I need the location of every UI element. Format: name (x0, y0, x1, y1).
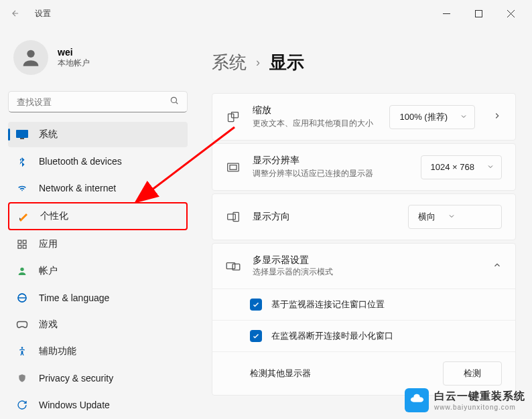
sidebar-item-accounts[interactable]: 帐户 (8, 258, 188, 284)
scale-icon (226, 110, 241, 124)
search-box[interactable] (8, 91, 188, 112)
chevron-right-icon: › (256, 56, 260, 70)
select-value: 100% (推荐) (399, 111, 448, 123)
minimize-on-disconnect-row[interactable]: 在监视器断开连接时最小化窗口 (212, 320, 515, 351)
privacy-icon (16, 372, 28, 384)
sidebar-item-windows-update[interactable]: Windows Update (8, 392, 188, 418)
sidebar: wei 本地帐户 系统 Bluetooth & devices (0, 27, 196, 419)
resolution-select[interactable]: 1024 × 768 (421, 155, 502, 179)
sidebar-item-gaming[interactable]: 游戏 (8, 312, 188, 337)
svg-point-5 (171, 97, 176, 102)
watermark-sub: www.baiyunxitong.com (434, 404, 525, 411)
section-desc: 选择显示器的演示模式 (253, 266, 480, 278)
sidebar-item-label: 辅助功能 (39, 345, 76, 357)
personalization-icon (17, 210, 29, 222)
multi-display-section: 多显示器设置 选择显示器的演示模式 基于监视器连接记住窗口位置 在监视器 (212, 243, 516, 396)
card-desc: 更改文本、应用和其他项目的大小 (253, 118, 377, 129)
avatar (13, 40, 48, 75)
window-title: 设置 (35, 8, 51, 19)
card-title: 缩放 (253, 104, 377, 116)
sidebar-item-bluetooth[interactable]: Bluetooth & devices (8, 149, 188, 174)
svg-rect-11 (18, 245, 21, 248)
user-section[interactable]: wei 本地帐户 (8, 32, 188, 88)
sidebar-item-network[interactable]: Network & internet (8, 175, 188, 201)
svg-rect-9 (18, 240, 21, 244)
watermark-text: 白云一键重装系统 www.baiyunxitong.com (434, 390, 525, 411)
multi-display-header[interactable]: 多显示器设置 选择显示器的演示模式 (212, 244, 515, 288)
scale-card[interactable]: 缩放 更改文本、应用和其他项目的大小 100% (推荐) (212, 93, 516, 141)
maximize-button[interactable] (470, 5, 486, 21)
sidebar-item-personalization[interactable]: 个性化 (8, 202, 188, 230)
svg-rect-7 (16, 130, 28, 138)
minimize-button[interactable] (438, 5, 454, 21)
breadcrumb-parent[interactable]: 系统 (212, 51, 247, 74)
sidebar-item-label: 游戏 (39, 319, 58, 331)
scale-select[interactable]: 100% (推荐) (389, 105, 475, 129)
sidebar-item-accessibility[interactable]: 辅助功能 (8, 339, 188, 364)
resolution-text: 显示分辨率 调整分辨率以适应已连接的显示器 (253, 155, 409, 179)
orientation-card: 显示方向 横向 (212, 193, 516, 240)
gaming-icon (16, 319, 28, 331)
card-title: 显示方向 (253, 211, 396, 223)
svg-rect-18 (228, 163, 239, 171)
chevron-down-icon (486, 161, 494, 173)
sidebar-item-label: Time & language (39, 292, 109, 303)
svg-point-4 (27, 50, 34, 58)
username: wei (58, 47, 90, 58)
svg-rect-17 (232, 112, 239, 117)
sidebar-item-apps[interactable]: 应用 (8, 232, 188, 257)
orientation-icon (226, 210, 241, 224)
watermark: 白云一键重装系统 www.baiyunxitong.com (405, 388, 525, 412)
sidebar-item-label: Privacy & security (39, 373, 113, 384)
close-button[interactable] (503, 5, 519, 21)
svg-rect-10 (23, 240, 26, 244)
remember-position-row[interactable]: 基于监视器连接记住窗口位置 (212, 288, 515, 320)
section-title: 多显示器设置 (253, 254, 480, 266)
main-layout: wei 本地帐户 系统 Bluetooth & devices (0, 27, 532, 419)
accounts-icon (16, 265, 28, 277)
time-language-icon (16, 292, 28, 304)
svg-rect-20 (228, 214, 236, 220)
search-input[interactable] (17, 97, 170, 107)
svg-point-15 (21, 347, 23, 349)
user-type: 本地帐户 (58, 58, 90, 69)
card-title: 显示分辨率 (253, 155, 409, 167)
bluetooth-icon (16, 155, 28, 167)
scale-text: 缩放 更改文本、应用和其他项目的大小 (253, 104, 377, 129)
window-controls (438, 5, 527, 21)
sidebar-item-label: 个性化 (40, 210, 68, 222)
detect-button[interactable]: 检测 (443, 361, 502, 386)
svg-rect-1 (475, 10, 482, 17)
multi-display-icon (226, 259, 241, 274)
checkbox-checked[interactable] (250, 299, 262, 311)
apps-icon (16, 238, 28, 250)
svg-point-13 (20, 268, 23, 271)
content-area: 系统 › 显示 缩放 更改文本、应用和其他项目的大小 100% (推荐) (196, 27, 532, 419)
sidebar-item-time-language[interactable]: Time & language (8, 285, 188, 311)
checkbox-label: 基于监视器连接记住窗口位置 (271, 299, 385, 311)
svg-rect-19 (230, 165, 237, 169)
sidebar-item-label: 应用 (39, 238, 58, 250)
accessibility-icon (16, 345, 28, 357)
chevron-down-icon (448, 211, 456, 223)
back-button[interactable] (5, 3, 25, 23)
system-icon (16, 129, 28, 141)
detect-label: 检测其他显示器 (250, 367, 311, 380)
sidebar-item-label: Bluetooth & devices (39, 156, 122, 167)
chevron-down-icon (460, 111, 468, 123)
breadcrumb: 系统 › 显示 (212, 51, 516, 74)
multi-display-text: 多显示器设置 选择显示器的演示模式 (253, 254, 480, 278)
select-value: 1024 × 768 (431, 162, 474, 172)
sidebar-item-label: Network & internet (39, 183, 116, 193)
chevron-right-icon[interactable] (492, 111, 502, 123)
sidebar-item-system[interactable]: 系统 (8, 122, 188, 147)
chevron-up-icon[interactable] (492, 260, 502, 272)
svg-rect-8 (20, 138, 24, 139)
checkbox-checked[interactable] (250, 330, 262, 342)
select-value: 横向 (418, 211, 436, 223)
watermark-logo-icon (405, 388, 429, 412)
titlebar: 设置 (0, 0, 532, 27)
orientation-select[interactable]: 横向 (408, 205, 502, 229)
sidebar-item-privacy[interactable]: Privacy & security (8, 365, 188, 391)
checkbox-label: 在监视器断开连接时最小化窗口 (271, 330, 393, 342)
